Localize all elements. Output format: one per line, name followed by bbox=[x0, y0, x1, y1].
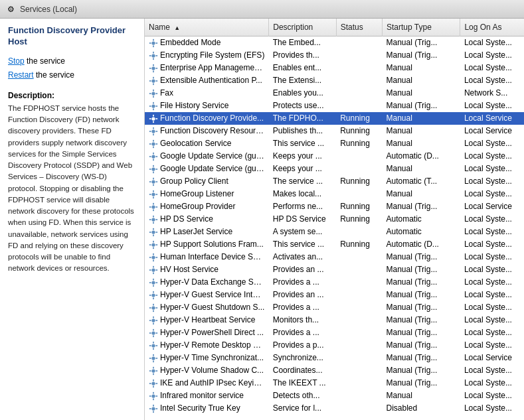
table-row[interactable]: Function Discovery Provide...The FDPHO..… bbox=[145, 112, 524, 125]
table-row[interactable]: IKE and AuthIP IPsec Keying...The IKEEXT… bbox=[145, 377, 524, 389]
table-row[interactable]: Geolocation ServiceThis service ...Runni… bbox=[145, 137, 524, 150]
cell-startup: Automatic bbox=[383, 226, 460, 238]
table-row[interactable]: FaxEnables you...ManualNetwork S... bbox=[145, 87, 524, 100]
svg-rect-19 bbox=[156, 80, 158, 82]
svg-rect-62 bbox=[153, 196, 154, 198]
svg-rect-7 bbox=[153, 58, 154, 60]
services-table-scroll[interactable]: Name ▲ Description Status Startup Type bbox=[145, 19, 524, 420]
table-row[interactable]: Hyper-V Volume Shadow C...Coordinates...… bbox=[145, 364, 524, 377]
service-icon bbox=[149, 291, 158, 300]
cell-startup: Manual bbox=[383, 389, 460, 402]
restart-link[interactable]: Restart bbox=[8, 70, 34, 80]
table-row[interactable]: HP LaserJet ServiceA system se...Automat… bbox=[145, 226, 524, 238]
svg-rect-102 bbox=[153, 297, 154, 299]
svg-rect-54 bbox=[156, 169, 158, 170]
cell-logon: Local Service bbox=[460, 112, 524, 125]
table-row[interactable]: File History ServiceProtects use...Manua… bbox=[145, 100, 524, 112]
cell-status bbox=[336, 49, 382, 62]
cell-desc: Monitors th... bbox=[269, 314, 336, 326]
cell-desc: The FDPHO... bbox=[269, 112, 336, 125]
col-header-startup[interactable]: Startup Type bbox=[383, 19, 460, 36]
col-header-name[interactable]: Name ▲ bbox=[145, 19, 269, 36]
table-row[interactable]: Group Policy ClientThe service ...Runnin… bbox=[145, 175, 524, 188]
table-row[interactable]: Function Discovery Resourc...Publishes t… bbox=[145, 125, 524, 137]
table-row[interactable]: Intel Security True KeyService for l...D… bbox=[145, 402, 524, 415]
table-row[interactable]: Hyper-V Heartbeat ServiceMonitors th...M… bbox=[145, 314, 524, 326]
cell-startup: Manual bbox=[383, 137, 460, 150]
service-actions: Stop the service Restart the service bbox=[8, 54, 136, 83]
service-icon bbox=[149, 366, 158, 376]
title-bar: ⚙ Services (Local) bbox=[0, 0, 524, 19]
cell-logon: Local Syste... bbox=[460, 364, 524, 377]
table-row[interactable]: Google Update Service (gup...Keeps your … bbox=[145, 150, 524, 163]
svg-point-130 bbox=[151, 369, 155, 372]
cell-name: Hyper-V PowerShell Direct ... bbox=[145, 326, 269, 339]
cell-desc: Provides an ... bbox=[269, 289, 336, 301]
service-icon bbox=[149, 253, 158, 262]
cell-name: IKE and AuthIP IPsec Keying... bbox=[145, 377, 269, 389]
table-row[interactable]: HP DS ServiceHP DS ServiceRunningAutomat… bbox=[145, 213, 524, 226]
cell-status bbox=[336, 251, 382, 263]
col-header-status[interactable]: Status bbox=[336, 19, 382, 36]
svg-point-25 bbox=[151, 104, 155, 107]
service-icon bbox=[149, 316, 158, 325]
svg-rect-132 bbox=[153, 373, 154, 375]
table-row[interactable]: Extensible Authentication P...The Extens… bbox=[145, 74, 524, 87]
cell-name: HP LaserJet Service bbox=[145, 226, 269, 238]
cell-status bbox=[336, 163, 382, 175]
services-table-body: Embedded ModeThe Embed...Manual (Trig...… bbox=[145, 36, 524, 415]
svg-rect-143 bbox=[149, 395, 151, 397]
svg-rect-39 bbox=[156, 131, 158, 132]
table-row[interactable]: Google Update Service (gup...Keeps your … bbox=[145, 163, 524, 175]
table-row[interactable]: HomeGroup ProviderPerforms ne...RunningM… bbox=[145, 200, 524, 213]
stop-suffix: the service bbox=[25, 56, 65, 66]
cell-logon: Local Syste... bbox=[460, 289, 524, 301]
svg-rect-66 bbox=[153, 203, 154, 205]
svg-rect-81 bbox=[153, 241, 154, 243]
cell-status bbox=[336, 74, 382, 87]
table-row[interactable]: Hyper-V Remote Desktop Vi...Provides a p… bbox=[145, 339, 524, 352]
svg-point-45 bbox=[151, 155, 155, 158]
svg-rect-148 bbox=[149, 408, 151, 409]
cell-name: HP Support Solutions Fram... bbox=[145, 238, 269, 251]
table-row[interactable]: Hyper-V Data Exchange Ser...Provides a .… bbox=[145, 276, 524, 289]
main-container: Function Discovery Provider Host Stop th… bbox=[0, 19, 524, 420]
table-row[interactable]: Hyper-V Time Synchronizat...Synchronize.… bbox=[145, 352, 524, 364]
table-row[interactable]: Infrared monitor serviceDetects oth...Ma… bbox=[145, 389, 524, 402]
cell-status bbox=[336, 263, 382, 276]
table-row[interactable]: Enterprise App Managemen...Enables ent..… bbox=[145, 62, 524, 74]
svg-rect-121 bbox=[153, 342, 154, 344]
cell-startup: Manual (Trig... bbox=[383, 314, 460, 326]
cell-status: Running bbox=[336, 200, 382, 213]
table-row[interactable]: Hyper-V Guest Shutdown S...Provides a ..… bbox=[145, 301, 524, 314]
svg-rect-33 bbox=[149, 118, 151, 119]
table-row[interactable]: Embedded ModeThe Embed...Manual (Trig...… bbox=[145, 36, 524, 49]
table-row[interactable]: HP Support Solutions Fram...This service… bbox=[145, 238, 524, 251]
selected-service-name: Function Discovery Provider Host bbox=[8, 25, 136, 48]
stop-link[interactable]: Stop bbox=[8, 56, 25, 66]
col-header-logon[interactable]: Log On As bbox=[460, 19, 524, 36]
col-header-desc[interactable]: Description bbox=[269, 19, 336, 36]
cell-logon: Local Syste... bbox=[460, 377, 524, 389]
svg-point-15 bbox=[151, 79, 155, 82]
service-name-text: HP LaserJet Service bbox=[160, 227, 232, 236]
table-row[interactable]: Human Interface Device Ser...Activates a… bbox=[145, 251, 524, 263]
cell-logon: Local Syste... bbox=[460, 100, 524, 112]
svg-point-35 bbox=[151, 129, 155, 133]
svg-rect-43 bbox=[149, 143, 151, 145]
cell-desc: Detects oth... bbox=[269, 389, 336, 402]
svg-rect-137 bbox=[153, 385, 154, 387]
table-row[interactable]: Hyper-V PowerShell Direct ...Provides a … bbox=[145, 326, 524, 339]
cell-startup: Manual bbox=[383, 74, 460, 87]
table-row[interactable]: HomeGroup ListenerMakes local...ManualLo… bbox=[145, 188, 524, 200]
table-row[interactable]: HV Host ServiceProvides an ...Manual (Tr… bbox=[145, 263, 524, 276]
service-name-text: Hyper-V Volume Shadow C... bbox=[160, 366, 264, 375]
svg-rect-126 bbox=[153, 354, 154, 356]
svg-rect-109 bbox=[156, 307, 158, 309]
svg-rect-76 bbox=[153, 228, 154, 230]
svg-point-145 bbox=[151, 407, 155, 410]
svg-rect-144 bbox=[156, 395, 158, 397]
svg-rect-27 bbox=[153, 108, 154, 110]
table-row[interactable]: Encrypting File System (EFS)Provides th.… bbox=[145, 49, 524, 62]
table-row[interactable]: Hyper-V Guest Service Inter...Provides a… bbox=[145, 289, 524, 301]
